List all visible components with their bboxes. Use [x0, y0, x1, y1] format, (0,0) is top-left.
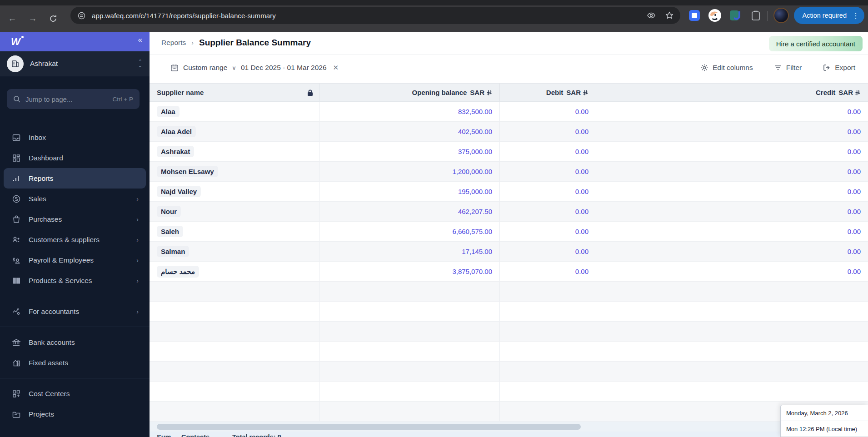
- debit-value[interactable]: 0.00: [575, 188, 589, 195]
- sidebar-item-dashboard[interactable]: Dashboard: [0, 148, 150, 168]
- debit-value[interactable]: 0.00: [575, 208, 589, 215]
- debit-value[interactable]: 0.00: [575, 168, 589, 175]
- credit-value[interactable]: 0.00: [848, 248, 861, 255]
- action-required-button[interactable]: Action required ⋮: [794, 7, 864, 24]
- chevron-down-icon[interactable]: ∨: [232, 65, 236, 71]
- credit-value[interactable]: 0.00: [848, 148, 861, 155]
- table-footer: Sum Contacts Total records: 9: [150, 432, 868, 437]
- sales-icon: [11, 194, 21, 204]
- browser-reload-button[interactable]: [46, 12, 60, 25]
- sidebar-item-bank-accounts[interactable]: Bank accounts: [0, 332, 150, 353]
- date-range-control: Custom range ∨ 01 Dec 2025 - 01 Mar 2026…: [170, 64, 339, 72]
- extension-avatar[interactable]: [708, 9, 722, 22]
- extension-u[interactable]: [728, 9, 742, 22]
- browser-back-button[interactable]: ←: [5, 12, 19, 25]
- filter-button[interactable]: Filter: [774, 64, 802, 72]
- hire-accountant-button[interactable]: Hire a certified accountant: [769, 36, 863, 51]
- breadcrumb-reports-link[interactable]: Reports: [161, 39, 186, 47]
- sidebar-item-reports[interactable]: Reports: [4, 168, 146, 189]
- sidebar-item-cost-centers[interactable]: Cost Centers: [0, 383, 150, 404]
- debit-value[interactable]: 0.00: [575, 268, 589, 275]
- supplier-name-link[interactable]: Alaa: [157, 106, 180, 117]
- sidebar-item-purchases[interactable]: Purchases ›: [0, 209, 150, 229]
- page-header: Reports › Supplier Balance Summary Hire …: [150, 32, 868, 55]
- column-header-credit[interactable]: Credit SAR: [596, 84, 868, 101]
- credit-value[interactable]: 0.00: [848, 108, 861, 115]
- supplier-name-link[interactable]: Najd Valley: [157, 186, 201, 197]
- opening-balance-value[interactable]: 3,875,070.00: [452, 268, 492, 275]
- opening-balance-value[interactable]: 195,000.00: [458, 188, 492, 195]
- sidebar-item-label: Fixed assets: [29, 359, 68, 367]
- site-settings-icon[interactable]: [78, 12, 85, 20]
- scrollbar-thumb[interactable]: [157, 424, 581, 430]
- barcode-icon: [11, 276, 21, 285]
- wafeq-logo[interactable]: W: [11, 36, 20, 48]
- supplier-name-link[interactable]: Alaa Adel: [157, 126, 196, 137]
- sidebar-item-fixed-assets[interactable]: Fixed assets: [0, 353, 150, 373]
- supplier-name-link[interactable]: محمد حسام: [157, 266, 199, 278]
- url-bar[interactable]: app.wafeq.com/c/141771/reports/supplier-…: [70, 7, 680, 24]
- supplier-name-link[interactable]: Mohsen ELsawy: [157, 166, 218, 177]
- supplier-name-link[interactable]: Ashrakat: [157, 146, 194, 157]
- bank-icon: [11, 338, 21, 347]
- sidebar-item-payroll-employees[interactable]: Payroll & Employees ›: [0, 250, 150, 270]
- column-header-opening-balance[interactable]: Opening balance SAR: [319, 84, 500, 101]
- collapse-sidebar-icon[interactable]: «: [138, 35, 142, 45]
- empty-row: [150, 302, 868, 322]
- opening-balance-value[interactable]: 402,500.00: [458, 128, 492, 135]
- bookmark-star-icon[interactable]: [665, 11, 674, 20]
- sidebar-item-projects[interactable]: Projects: [0, 404, 150, 424]
- sidebar-item-for-accountants[interactable]: For accountants ›: [0, 301, 150, 322]
- opening-balance-value[interactable]: 6,660,575.00: [452, 228, 492, 235]
- browser-profile-avatar[interactable]: [773, 8, 789, 23]
- forward-icon: →: [29, 14, 37, 24]
- opening-balance-value[interactable]: 17,145.00: [462, 248, 492, 255]
- company-switcher[interactable]: Ashrakat ⌃⌄: [0, 51, 150, 76]
- sidebar-item-products-services[interactable]: Products & Services ›: [0, 270, 150, 291]
- browser-menu-icon[interactable]: ⋮: [852, 11, 860, 20]
- sidebar-item-customers-suppliers[interactable]: Customers & suppliers ›: [0, 229, 150, 250]
- sidebar-item-sales[interactable]: Sales ›: [0, 189, 150, 209]
- sidebar-item-inbox[interactable]: Inbox: [0, 127, 150, 148]
- empty-row: [150, 382, 868, 402]
- supplier-name-link[interactable]: Salman: [157, 246, 189, 257]
- credit-value[interactable]: 0.00: [848, 268, 861, 275]
- range-preset-label[interactable]: Custom range: [183, 64, 227, 72]
- extension-sidepanel[interactable]: [688, 9, 701, 22]
- debit-value[interactable]: 0.00: [575, 108, 589, 115]
- debit-value[interactable]: 0.00: [575, 248, 589, 255]
- supplier-name-link[interactable]: Saleh: [157, 226, 183, 237]
- browser-forward-button[interactable]: →: [26, 12, 40, 25]
- company-select-chevrons-icon[interactable]: ⌃⌄: [138, 60, 142, 68]
- supplier-column-label: Supplier name: [157, 89, 204, 96]
- supplier-name-link[interactable]: Nour: [157, 206, 181, 217]
- opening-balance-value[interactable]: 1,200,000.00: [452, 168, 492, 175]
- opening-balance-value[interactable]: 462,207.50: [458, 208, 492, 215]
- chevron-right-icon: ›: [136, 257, 139, 264]
- horizontal-scrollbar[interactable]: [150, 422, 868, 432]
- credit-value[interactable]: 0.00: [848, 208, 861, 215]
- range-value[interactable]: 01 Dec 2025 - 01 Mar 2026: [241, 64, 327, 72]
- debit-value[interactable]: 0.00: [575, 148, 589, 155]
- debit-value[interactable]: 0.00: [575, 128, 589, 135]
- column-header-debit[interactable]: Debit SAR: [500, 84, 596, 101]
- debit-value[interactable]: 0.00: [575, 228, 589, 235]
- credit-value[interactable]: 0.00: [848, 168, 861, 175]
- sidebar-item-label: Projects: [29, 410, 54, 418]
- credit-value[interactable]: 0.00: [848, 128, 861, 135]
- debit-column-label: Debit: [546, 89, 564, 96]
- edit-columns-button[interactable]: Edit columns: [700, 64, 753, 72]
- column-header-supplier-name[interactable]: Supplier name: [150, 84, 319, 101]
- opening-balance-value[interactable]: 832,500.00: [458, 108, 492, 115]
- credit-value[interactable]: 0.00: [848, 188, 861, 195]
- opening-balance-value[interactable]: 375,000.00: [458, 148, 492, 155]
- url-text[interactable]: app.wafeq.com/c/141771/reports/supplier-…: [92, 12, 276, 20]
- table-row: Alaa Adel 402,500.00 0.00 0.00: [150, 122, 868, 142]
- clear-range-icon[interactable]: ✕: [333, 64, 339, 72]
- jump-to-page-search[interactable]: Jump to page... Ctrl + P: [7, 89, 140, 109]
- currency-code: SAR: [470, 89, 484, 96]
- extensions-menu-button[interactable]: [749, 9, 763, 22]
- export-button[interactable]: Export: [823, 64, 855, 72]
- preview-eye-icon[interactable]: [647, 11, 656, 20]
- credit-value[interactable]: 0.00: [848, 228, 861, 235]
